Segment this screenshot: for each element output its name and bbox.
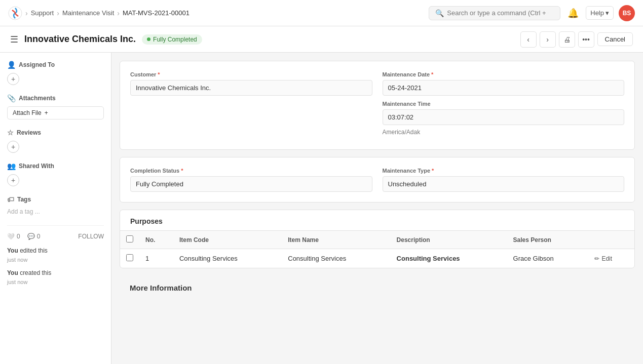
add-share-button[interactable]: + xyxy=(7,174,19,186)
comments-count: 💬 0 xyxy=(27,233,41,240)
follow-button[interactable]: FOLLOW xyxy=(78,233,104,240)
status-type-card: Completion Status * Maintenance Type * xyxy=(120,157,635,203)
purposes-table: No. Item Code Item Name Description Sale… xyxy=(120,230,634,268)
status-label: Fully Completed xyxy=(153,36,197,43)
sidebar: 👤 Assigned To + 📎 Attachments Attach Fil… xyxy=(0,53,111,364)
search-input[interactable] xyxy=(447,9,548,17)
attachments-section: 📎 Attachments Attach File + xyxy=(7,94,104,119)
prev-button[interactable]: ‹ xyxy=(520,31,537,48)
breadcrumb-area: › Support › Maintenance Visit › MAT-MVS-… xyxy=(8,6,190,20)
row-edit-cell: ✏ Edit xyxy=(588,249,634,268)
status-dot xyxy=(147,37,150,41)
more-info-title: More Information xyxy=(120,275,635,298)
col-sales-person: Sales Person xyxy=(507,231,589,249)
shared-with-header: 👥 Shared With xyxy=(7,162,104,170)
help-label: Help xyxy=(590,9,604,17)
breadcrumb-support[interactable]: Support xyxy=(31,9,54,17)
activity-time-2: just now xyxy=(7,279,27,285)
print-button[interactable]: 🖨 xyxy=(559,31,575,48)
col-actions xyxy=(588,231,634,249)
table-row: 1 Consulting Services Consulting Service… xyxy=(120,249,634,268)
breadcrumb-maintenance-visit[interactable]: Maintenance Visit xyxy=(62,9,114,17)
add-assignee-button[interactable]: + xyxy=(7,73,19,85)
row-sales-person: Grace Gibson xyxy=(507,249,589,268)
tags-label: Tags xyxy=(17,196,31,203)
reviews-section: ☆ Reviews + xyxy=(7,129,104,153)
col-item-code: Item Code xyxy=(173,231,282,249)
top-nav-right: 🔍 🔔 Help ▾ BS xyxy=(429,5,635,21)
maintenance-time-label: Maintenance Time xyxy=(383,101,625,107)
main-content: Customer * Maintenance Date * Maintenanc… xyxy=(111,53,643,364)
maintenance-date-group: Maintenance Date * Maintenance Time Amer… xyxy=(383,71,625,139)
avatar[interactable]: BS xyxy=(619,5,635,21)
page-header: ☰ Innovative Chemicals Inc. Fully Comple… xyxy=(0,26,643,53)
share-icon: 👥 xyxy=(7,162,16,170)
more-info-section: More Information xyxy=(120,275,635,298)
shared-with-label: Shared With xyxy=(19,163,54,170)
purposes-title: Purposes xyxy=(120,210,634,230)
notification-bell-button[interactable]: 🔔 xyxy=(565,6,581,21)
breadcrumb-sep-1: › xyxy=(25,9,28,17)
attachments-label: Attachments xyxy=(19,95,56,102)
activity-you-2: You xyxy=(7,269,18,276)
comment-icon: 💬 xyxy=(27,233,35,240)
row-no: 1 xyxy=(139,249,173,268)
purposes-section: Purposes No. Item Code Item Name Descrip… xyxy=(120,210,635,268)
heart-icon: 🤍 xyxy=(7,233,15,240)
paperclip-icon: 📎 xyxy=(7,94,16,102)
activity-section: 🤍 0 💬 0 FOLLOW You edited this just now … xyxy=(7,225,104,287)
page-header-left: ☰ Innovative Chemicals Inc. Fully Comple… xyxy=(10,34,202,45)
cancel-button[interactable]: Cancel xyxy=(597,32,633,46)
assigned-to-header: 👤 Assigned To xyxy=(7,61,104,69)
row-item-name: Consulting Services xyxy=(282,249,390,268)
add-tag-placeholder[interactable]: Add a tag ... xyxy=(7,208,40,215)
comments-value: 0 xyxy=(37,233,41,240)
tags-section: 🏷 Tags Add a tag ... xyxy=(7,195,104,215)
activity-action-1: edited this xyxy=(20,247,48,254)
activity-log-item: You edited this just now xyxy=(7,246,104,264)
reviews-header: ☆ Reviews xyxy=(7,129,104,137)
top-nav: › Support › Maintenance Visit › MAT-MVS-… xyxy=(0,0,643,26)
customer-group: Customer * xyxy=(130,71,372,139)
customer-required: * xyxy=(158,71,160,77)
next-button[interactable]: › xyxy=(540,31,556,48)
chevron-down-icon: ▾ xyxy=(606,9,609,17)
maintenance-time-input[interactable] xyxy=(383,109,625,125)
sidebar-toggle-button[interactable]: ☰ xyxy=(10,34,18,45)
completion-status-label: Completion Status * xyxy=(130,168,372,174)
help-button[interactable]: Help ▾ xyxy=(586,6,614,20)
status-type-row: Completion Status * Maintenance Type * xyxy=(130,168,624,192)
maintenance-type-group: Maintenance Type * xyxy=(383,168,625,192)
search-bar[interactable]: 🔍 xyxy=(429,6,560,20)
customer-label: Customer * xyxy=(130,71,372,77)
likes-value: 0 xyxy=(17,233,20,240)
likes-count: 🤍 0 xyxy=(7,233,20,240)
status-badge: Fully Completed xyxy=(142,34,202,45)
more-options-button[interactable]: ••• xyxy=(578,31,594,48)
assigned-to-section: 👤 Assigned To + xyxy=(7,61,104,85)
timezone-value: America/Adak xyxy=(383,125,625,139)
attach-file-button[interactable]: Attach File + xyxy=(7,106,104,119)
table-body: 1 Consulting Services Consulting Service… xyxy=(120,249,634,268)
completion-status-group: Completion Status * xyxy=(130,168,372,192)
select-all-header xyxy=(120,231,139,249)
row-checkbox[interactable] xyxy=(126,254,133,261)
activity-counts: 🤍 0 💬 0 FOLLOW xyxy=(7,233,104,240)
star-icon: ☆ xyxy=(7,129,14,137)
assigned-to-label: Assigned To xyxy=(19,61,55,68)
status-required: * xyxy=(181,168,183,174)
edit-row-button[interactable]: ✏ Edit xyxy=(594,255,612,262)
tag-icon: 🏷 xyxy=(7,195,14,204)
select-all-checkbox[interactable] xyxy=(126,235,133,242)
main-layout: 👤 Assigned To + 📎 Attachments Attach Fil… xyxy=(0,53,643,364)
customer-input[interactable] xyxy=(130,80,372,96)
row-description: Consulting Services xyxy=(391,249,507,268)
type-required: * xyxy=(432,168,434,174)
completion-status-input[interactable] xyxy=(130,176,372,192)
row-checkbox-cell xyxy=(120,249,139,268)
maintenance-type-input[interactable] xyxy=(383,176,625,192)
attachments-header: 📎 Attachments xyxy=(7,94,104,102)
maintenance-date-input[interactable] xyxy=(383,80,625,96)
maintenance-date-label: Maintenance Date * xyxy=(383,71,625,77)
add-review-button[interactable]: + xyxy=(7,141,19,153)
